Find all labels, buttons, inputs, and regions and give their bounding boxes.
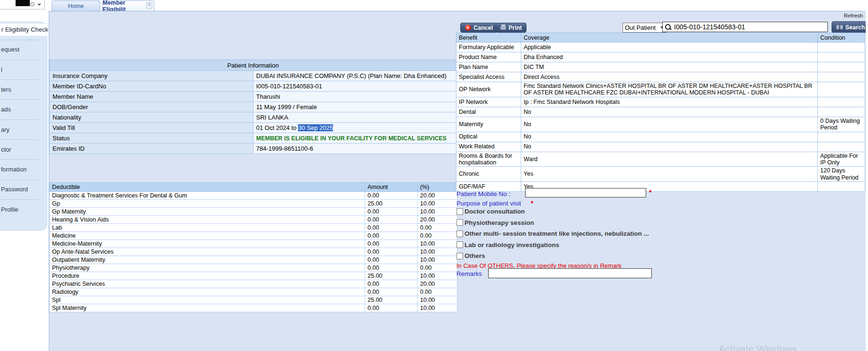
search-icon	[665, 24, 672, 31]
sidebar-item[interactable]: ads	[1, 106, 11, 113]
gear-icon[interactable]: ⚙	[29, 0, 35, 9]
member-search-input[interactable]: I005-010-121540583-01	[662, 22, 828, 32]
purpose-required-marker: *	[531, 199, 533, 207]
coverage-cell: Fmc Standard Network Clinics+ASTER HOSPI…	[521, 82, 818, 97]
deductible-name-cell: Physiotherapy	[50, 264, 365, 272]
sidebar-item[interactable]: l	[1, 66, 2, 73]
table-row: Physiotherapy0.000.00	[50, 264, 457, 272]
sidebar-item[interactable]: formation	[1, 166, 26, 173]
purpose-checkbox[interactable]	[456, 219, 463, 226]
table-row: Psychiatric Services0.0020.00	[50, 280, 457, 288]
percent-cell: 10.00	[418, 296, 457, 304]
refresh-link[interactable]: Refresh	[844, 13, 863, 18]
sidebar-separator	[0, 120, 38, 120]
gear-dropdown-caret[interactable]	[37, 4, 41, 6]
print-label: Print	[509, 25, 522, 31]
tab-member-eligibility[interactable]: Member Eligibilit ×	[102, 0, 154, 11]
purpose-option-label: Lab or radiology investigations	[465, 241, 559, 248]
sidebar-item[interactable]: ary	[1, 126, 9, 133]
table-row: Outpatient Maternity0.0010.00	[50, 256, 457, 264]
condition-cell	[818, 62, 865, 72]
condition-header: Condition	[818, 33, 865, 43]
tab-home[interactable]: Home	[52, 0, 100, 11]
benefit-header: Benefit	[456, 33, 521, 43]
remarks-input[interactable]	[488, 268, 652, 278]
sidebar-item[interactable]: r Eligibility Check	[0, 23, 53, 36]
deductible-name-cell: Spl Maternity	[50, 304, 365, 312]
benefit-cell: Chronic	[456, 167, 521, 182]
purpose-option: Doctor consultation	[456, 208, 525, 215]
benefit-cell: Plan Name	[456, 62, 521, 72]
coverage-cell: Applicable	[521, 43, 818, 52]
purpose-checkbox[interactable]	[456, 253, 463, 259]
cancel-button[interactable]: × Cancel	[460, 23, 498, 33]
coverage-cell: Ward	[521, 152, 818, 167]
coverage-cell: Ip : Fmc Standard Network Hospitals	[521, 97, 818, 107]
benefit-body: Formulary ApplicableApplicableProduct Na…	[456, 43, 865, 192]
search-button[interactable]: Search	[832, 21, 868, 33]
purpose-checkbox[interactable]	[456, 241, 463, 248]
percent-cell: 0.00	[418, 264, 457, 272]
table-row: Product NameDha Enhanced	[456, 52, 865, 62]
table-row: Medicine0.000.00	[50, 232, 457, 240]
sidebar-separator	[0, 60, 38, 60]
corner-toolbar: ⚙	[0, 0, 45, 9]
table-row: GDF/MAFYes	[456, 182, 865, 192]
coverage-cell: DIC TM	[521, 62, 818, 72]
table-row: Op Ante-Natal Services0.0010.00	[50, 248, 457, 256]
status-badge: MEMBER IS ELIGIBLE IN YOUR FACILITY FOR …	[256, 135, 447, 142]
sidebar-item[interactable]: Profile	[1, 206, 18, 213]
deductible-name-cell: Procedure	[50, 272, 365, 280]
sidebar-item[interactable]: ters	[1, 86, 11, 93]
patient-field-label: Valid Till	[50, 123, 254, 133]
visit-type-select[interactable]: Out Patient	[623, 23, 666, 33]
table-row: IP NetworkIp : Fmc Standard Network Hosp…	[456, 97, 865, 107]
patient-field-label: DOB/Gender	[50, 102, 254, 112]
table-row: Hearing & Vision Aids0.0020.00	[50, 216, 457, 224]
remarks-label: Remarks	[456, 270, 482, 277]
coverage-cell: No	[521, 142, 818, 152]
patient-field-value: 784-1999-8651100-6	[253, 144, 457, 154]
sidebar-item[interactable]: ctor	[1, 146, 11, 153]
percent-cell: 20.00	[418, 280, 457, 288]
sidebar-separator	[0, 139, 38, 140]
sidebar-separator	[0, 159, 38, 160]
mobile-number-input[interactable]	[525, 188, 646, 197]
patient-info-table: Patient Information Insurance CompanyDUB…	[49, 60, 457, 154]
purpose-checkbox[interactable]	[456, 208, 463, 215]
table-row: Insurance CompanyDUBAI INSURANCE COMPANY…	[50, 71, 457, 81]
table-row: Gp Maternity0.0010.00	[50, 208, 457, 216]
search-button-label: Search	[845, 24, 865, 31]
purpose-option-label: Other multi- session treatment like inje…	[465, 230, 649, 237]
table-row: MaternityNo0 Days Waiting Period	[456, 117, 865, 132]
patient-info-title: Patient Information	[50, 60, 457, 71]
sidebar-separator	[0, 180, 38, 180]
table-row: ChronicYes120 Days Waiting Period	[456, 167, 865, 182]
table-row: StatusMEMBER IS ELIGIBLE IN YOUR FACILIT…	[50, 133, 457, 144]
tab-close-icon[interactable]: ×	[146, 2, 152, 9]
percent-cell: 20.00	[418, 216, 457, 224]
table-row: Spl Maternity0.0010.00	[50, 304, 457, 312]
percent-cell: 10.00	[418, 248, 457, 256]
table-row: OP NetworkFmc Standard Network Clinics+A…	[456, 82, 865, 97]
patient-info-body: Insurance CompanyDUBAI INSURANCE COMPANY…	[50, 71, 457, 154]
print-button[interactable]: Print	[496, 23, 526, 33]
condition-cell	[818, 52, 865, 62]
vertical-scrollbar[interactable]	[866, 11, 868, 351]
corner-black-box	[16, 0, 30, 6]
condition-cell	[818, 182, 865, 192]
sidebar-item[interactable]: equest	[1, 46, 19, 53]
purpose-checkbox[interactable]	[456, 231, 463, 237]
benefit-cell: Dental	[456, 107, 521, 117]
percent-cell: 0.00	[418, 232, 457, 240]
table-row: Member NameTharushi	[50, 92, 457, 102]
benefit-cell: Formulary Applicable	[456, 43, 521, 52]
purpose-option: Others	[456, 252, 485, 259]
patient-field-value: 01 Oct 2024 to 30 Sep 2025	[253, 123, 457, 133]
sidebar-item[interactable]: Password	[1, 186, 28, 193]
table-row: OpticalNo	[456, 132, 865, 142]
amount-cell: 0.00	[365, 208, 418, 216]
condition-cell	[818, 82, 865, 97]
deductible-name-cell: Diagnostic & Treatment Services For Dent…	[50, 192, 365, 200]
amount-cell: 25.00	[365, 200, 418, 208]
